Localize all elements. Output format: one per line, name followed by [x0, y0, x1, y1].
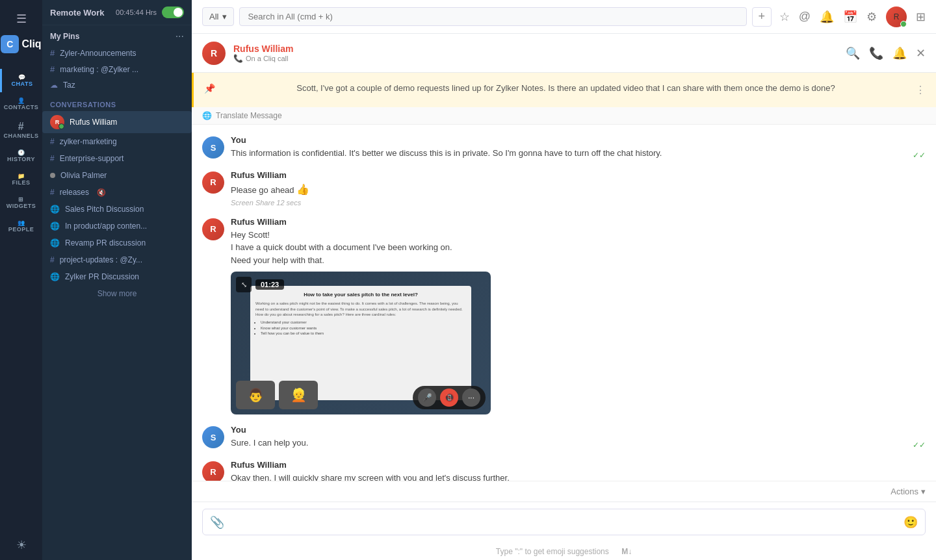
conversations-list: R Rufus William # zylker-marketing # Ent…	[42, 111, 192, 285]
conv-item-in-product[interactable]: 🌐 In product/app conten...	[42, 218, 192, 235]
conv-label: releases	[60, 188, 89, 197]
sidebar-item-channels[interactable]: # CHANNELS	[0, 116, 42, 144]
conv-item-olivia-palmer[interactable]: Olivia Palmer	[42, 167, 192, 184]
message-row: S You This information is confidential. …	[202, 135, 926, 160]
widgets-icon: ⊞	[18, 196, 24, 203]
sidebar-item-history[interactable]: 🕐 HISTORY	[0, 144, 42, 168]
star-icon[interactable]: ☆	[779, 10, 790, 24]
list-item: Know what your customer wants	[261, 325, 466, 331]
conv-item-sales-pitch[interactable]: 🌐 Sales Pitch Discussion	[42, 201, 192, 218]
emoji-picker-icon[interactable]: 🙂	[904, 515, 918, 529]
msg-text: Sure. I can help you.	[231, 437, 901, 450]
sidebar-item-people[interactable]: 👥 PEOPLE	[0, 214, 42, 238]
screenshare-overlay-top: ⤡ 01:23	[236, 277, 284, 292]
pin-label: Zyler-Announcements	[60, 49, 136, 58]
markdown-label: M↓	[621, 547, 632, 556]
pin-item-marketing[interactable]: # marketing : @Zylker ...	[42, 61, 192, 77]
grid-icon[interactable]: ⊞	[916, 10, 926, 24]
theme-toggle-icon[interactable]: ☀	[16, 538, 27, 552]
actions-label: Actions	[890, 487, 918, 496]
msg-sender: Rufus William	[231, 170, 926, 180]
search-input[interactable]	[239, 7, 746, 26]
pins-title: My Pins	[50, 32, 79, 41]
sidebar-item-widgets[interactable]: ⊞ WIDGETS	[0, 191, 42, 214]
highlighted-message-text: Scott, I've got a couple of demo request…	[296, 82, 835, 95]
globe-icon: 🌐	[50, 205, 60, 214]
logo-area: ☰ C Cliq	[0, 6, 42, 57]
bell-icon[interactable]: 🔔	[892, 46, 907, 60]
call-controls: 🎤 📵 ···	[413, 386, 486, 409]
pins-more-button[interactable]: ···	[176, 31, 184, 42]
pin-item-zyler-announcements[interactable]: # Zyler-Announcements	[42, 45, 192, 61]
msg-text: Please go ahead 👍	[231, 182, 926, 197]
logo-icon: C	[1, 35, 19, 53]
conv-item-project-updates[interactable]: # project-updates : @Zy...	[42, 251, 192, 268]
phone-icon[interactable]: 📞	[869, 46, 883, 60]
settings-icon[interactable]: ⚙	[866, 10, 877, 24]
show-more-button[interactable]: Show more	[42, 285, 192, 302]
msg-avatar: S	[202, 426, 224, 448]
logo-button[interactable]: C Cliq	[0, 31, 47, 57]
end-call-button[interactable]: 📵	[440, 388, 458, 407]
screenshare-participants: 👨 👱	[236, 381, 318, 409]
translate-label[interactable]: Translate Message	[216, 111, 282, 120]
message-input[interactable]	[202, 509, 926, 535]
pins-header: My Pins ···	[42, 25, 192, 45]
mention-icon[interactable]: @	[799, 10, 811, 23]
conv-label: zylker-marketing	[60, 137, 117, 146]
files-icon: 📁	[18, 173, 25, 179]
sidebar-item-contacts[interactable]: 👤 CONTACTS	[0, 92, 42, 116]
more-options-icon[interactable]: ⋮	[915, 83, 926, 98]
conv-label: Sales Pitch Discussion	[65, 205, 144, 214]
msg-text: Hey Scott!	[231, 229, 926, 242]
participant-avatar: 👨	[236, 381, 275, 409]
people-label: PEOPLE	[8, 226, 34, 233]
conv-item-zylker-pr[interactable]: 🌐 Zylker PR Discussion	[42, 268, 192, 285]
conv-item-zylker-marketing[interactable]: # zylker-marketing	[42, 133, 192, 150]
conv-item-revamp-pr[interactable]: 🌐 Revamp PR discussion	[42, 235, 192, 251]
messages-area[interactable]: S You This information is confidential. …	[192, 125, 936, 481]
globe-icon: 🌐	[50, 272, 60, 281]
channels-label: CHANNELS	[3, 133, 38, 139]
conv-label: Revamp PR discussion	[65, 238, 146, 248]
chat-header: R Rufus William 📞 On a Cliq call 🔍 📞 🔔 ✕	[192, 34, 936, 73]
msg-text: Need your help with that.	[231, 254, 926, 267]
conv-item-enterprise-support[interactable]: # Enterprise-support	[42, 150, 192, 167]
screen-title: How to take your sales pitch to the next…	[255, 291, 466, 298]
pin-item-taz[interactable]: ☁ Taz	[42, 77, 192, 93]
conv-item-releases[interactable]: # releases 🔇	[42, 184, 192, 201]
chats-label: CHATS	[12, 81, 33, 87]
search-chat-icon[interactable]: 🔍	[846, 46, 860, 60]
globe-icon: 🌐	[50, 222, 60, 231]
history-label: HISTORY	[7, 156, 35, 162]
hamburger-menu[interactable]: ☰	[11, 6, 32, 31]
add-button[interactable]: +	[752, 7, 772, 27]
mute-button[interactable]: 🎤	[418, 388, 436, 407]
notifications-icon[interactable]: 🔔	[820, 10, 834, 24]
chat-header-actions: 🔍 📞 🔔 ✕	[846, 46, 926, 60]
attach-icon[interactable]: 📎	[210, 515, 224, 529]
screen-share-thumbnail[interactable]: How to take your sales pitch to the next…	[231, 272, 491, 414]
search-filter-dropdown[interactable]: All ▾	[202, 7, 234, 26]
conv-item-rufus-william[interactable]: R Rufus William	[42, 111, 192, 133]
calendar-icon[interactable]: 📅	[843, 10, 857, 24]
msg-text: Okay then. I will quickly share my scree…	[231, 472, 926, 481]
more-controls-button[interactable]: ···	[462, 388, 480, 407]
hash-icon: #	[50, 64, 55, 74]
workspace-toggle[interactable]	[162, 6, 184, 18]
top-bar: All ▾ + ☆ @ 🔔 📅 ⚙ R ⊞	[192, 0, 936, 34]
call-icon: 📞	[233, 54, 243, 63]
actions-button[interactable]: Actions ▾	[890, 487, 926, 496]
sidebar-item-chats[interactable]: 💬 CHATS	[0, 69, 42, 92]
close-icon[interactable]: ✕	[916, 46, 926, 60]
history-icon: 🕐	[18, 149, 25, 156]
msg-avatar: R	[202, 461, 224, 481]
actions-bar: Actions ▾	[192, 481, 936, 502]
msg-avatar: R	[202, 218, 224, 240]
screen-content-inner: How to take your sales pitch to the next…	[250, 286, 471, 342]
sidebar-item-files[interactable]: 📁 FILES	[0, 168, 42, 191]
highlighted-message: 📌 Scott, I've got a couple of demo reque…	[192, 73, 936, 107]
user-avatar[interactable]: R	[886, 6, 907, 27]
expand-screenshare-button[interactable]: ⤡	[236, 277, 252, 292]
list-item: Understand your customer	[261, 320, 466, 325]
